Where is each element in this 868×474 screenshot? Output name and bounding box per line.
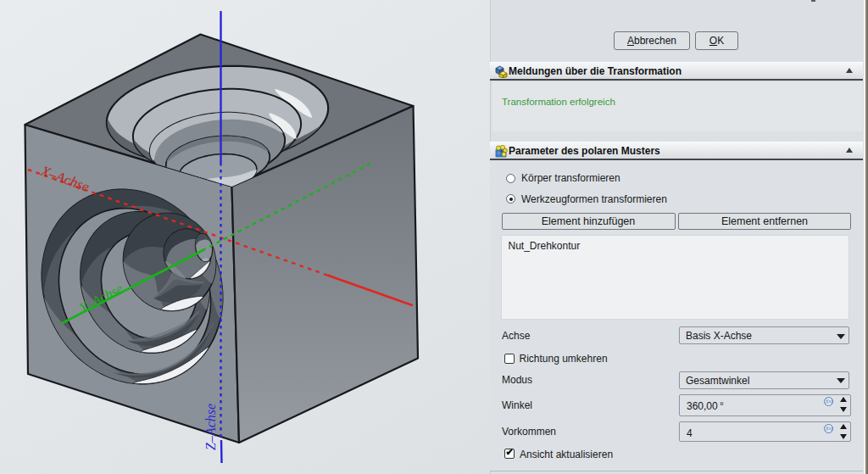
svg-text:Z–Achse: Z–Achse [203, 404, 218, 450]
